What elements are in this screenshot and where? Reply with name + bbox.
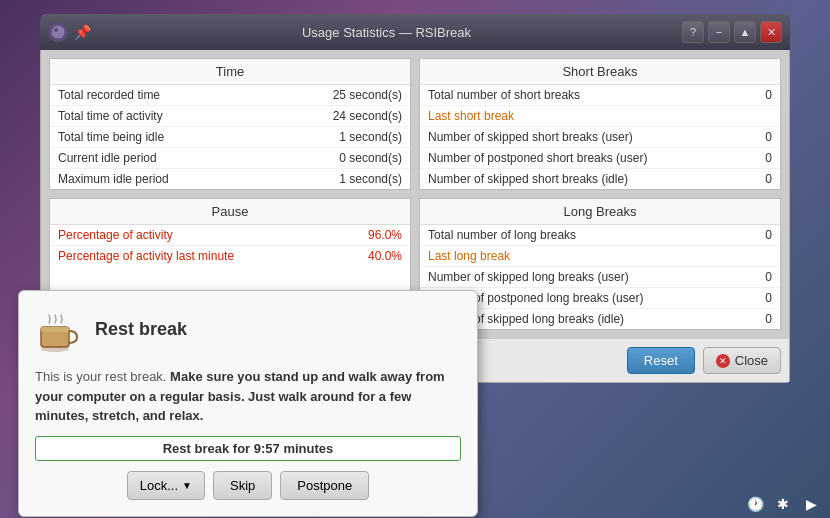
media-taskbar-icon[interactable]: ▶ xyxy=(800,493,822,515)
close-window-button[interactable]: ✕ xyxy=(760,21,782,43)
last-long-break-link[interactable]: Last long break xyxy=(428,249,510,263)
rest-break-title-area: Rest break xyxy=(95,319,187,344)
table-row: Last long break xyxy=(420,246,780,267)
row-label-red: Percentage of activity xyxy=(58,228,173,242)
row-value: 0 xyxy=(765,312,772,326)
row-value: 24 second(s) xyxy=(333,109,402,123)
rest-break-dialog: Rest break This is your rest break. Make… xyxy=(18,290,478,517)
skip-button[interactable]: Skip xyxy=(213,471,272,500)
row-value: 1 second(s) xyxy=(339,130,402,144)
table-row: Total time being idle 1 second(s) xyxy=(50,127,410,148)
pause-panel-header: Pause xyxy=(50,199,410,225)
row-value: 25 second(s) xyxy=(333,88,402,102)
long-breaks-header: Long Breaks xyxy=(420,199,780,225)
reset-button[interactable]: Reset xyxy=(627,347,695,374)
title-bar-left: 📌 xyxy=(48,22,91,42)
row-label: Total number of short breaks xyxy=(428,88,580,102)
table-row: Current idle period 0 second(s) xyxy=(50,148,410,169)
taskbar: 🕐 ✱ ▶ xyxy=(730,490,830,518)
row-value-red: 40.0% xyxy=(368,249,402,263)
svg-point-4 xyxy=(41,346,69,352)
time-panel: Time Total recorded time 25 second(s) To… xyxy=(49,58,411,190)
lock-button[interactable]: Lock... ▼ xyxy=(127,471,205,500)
row-label: Total number of long breaks xyxy=(428,228,576,242)
close-x-icon: ✕ xyxy=(716,354,730,368)
short-breaks-panel: Short Breaks Total number of short break… xyxy=(419,58,781,190)
svg-point-0 xyxy=(51,25,65,39)
row-value: 0 xyxy=(765,88,772,102)
clock-taskbar-icon[interactable]: 🕐 xyxy=(744,493,766,515)
table-row: Number of skipped short breaks (idle) 0 xyxy=(420,169,780,189)
time-panel-header: Time xyxy=(50,59,410,85)
rest-break-body-text: This is your rest break. Make sure you s… xyxy=(35,367,461,426)
row-label: Current idle period xyxy=(58,151,157,165)
row-label-red: Percentage of activity last minute xyxy=(58,249,234,263)
rest-break-body-normal: This is your rest break. xyxy=(35,369,170,384)
maximize-button[interactable]: ▲ xyxy=(734,21,756,43)
row-value: 0 xyxy=(765,291,772,305)
table-row: Number of skipped long breaks (user) 0 xyxy=(420,267,780,288)
row-value: 0 xyxy=(765,270,772,284)
close-label: Close xyxy=(735,353,768,368)
table-row: Total recorded time 25 second(s) xyxy=(50,85,410,106)
window-title: Usage Statistics — RSIBreak xyxy=(91,25,682,40)
row-label: Total time of activity xyxy=(58,109,163,123)
minimize-button[interactable]: − xyxy=(708,21,730,43)
row-label: Maximum idle period xyxy=(58,172,169,186)
rest-break-buttons: Lock... ▼ Skip Postpone xyxy=(35,471,461,500)
postpone-button[interactable]: Postpone xyxy=(280,471,369,500)
rest-break-header: Rest break xyxy=(35,307,461,355)
row-value: 1 second(s) xyxy=(339,172,402,186)
help-button[interactable]: ? xyxy=(682,21,704,43)
title-bar-controls: ? − ▲ ✕ xyxy=(682,21,782,43)
table-row: Last short break xyxy=(420,106,780,127)
row-label: Total time being idle xyxy=(58,130,164,144)
table-row: Maximum idle period 1 second(s) xyxy=(50,169,410,189)
progress-bar-text: Rest break for 9:57 minutes xyxy=(163,441,334,456)
bluetooth-taskbar-icon[interactable]: ✱ xyxy=(772,493,794,515)
row-value: 0 xyxy=(765,130,772,144)
table-row: Percentage of activity last minute 40.0% xyxy=(50,246,410,266)
pin-icon[interactable]: 📌 xyxy=(74,24,91,40)
row-label: Number of skipped short breaks (user) xyxy=(428,130,633,144)
row-value: 0 second(s) xyxy=(339,151,402,165)
row-label: Number of skipped long breaks (user) xyxy=(428,270,629,284)
svg-point-1 xyxy=(54,28,58,32)
progress-bar-container: Rest break for 9:57 minutes xyxy=(35,436,461,461)
table-row: Total number of short breaks 0 xyxy=(420,85,780,106)
close-button[interactable]: ✕ Close xyxy=(703,347,781,374)
table-row: Total number of long breaks 0 xyxy=(420,225,780,246)
row-label: Number of skipped short breaks (idle) xyxy=(428,172,628,186)
short-breaks-header: Short Breaks xyxy=(420,59,780,85)
row-label: Number of postponed short breaks (user) xyxy=(428,151,647,165)
table-row: Number of skipped short breaks (user) 0 xyxy=(420,127,780,148)
app-icon xyxy=(48,22,68,42)
table-row: Percentage of activity 96.0% xyxy=(50,225,410,246)
table-row: Number of postponed short breaks (user) … xyxy=(420,148,780,169)
row-value-red: 96.0% xyxy=(368,228,402,242)
last-short-break-link[interactable]: Last short break xyxy=(428,109,514,123)
title-bar: 📌 Usage Statistics — RSIBreak ? − ▲ ✕ xyxy=(40,14,790,50)
row-value: 0 xyxy=(765,151,772,165)
rest-break-title: Rest break xyxy=(95,319,187,340)
coffee-icon xyxy=(35,307,83,355)
row-label: Total recorded time xyxy=(58,88,160,102)
lock-label: Lock... xyxy=(140,478,178,493)
row-value: 0 xyxy=(765,172,772,186)
row-value: 0 xyxy=(765,228,772,242)
table-row: Total time of activity 24 second(s) xyxy=(50,106,410,127)
lock-dropdown-arrow[interactable]: ▼ xyxy=(182,480,192,491)
svg-rect-3 xyxy=(41,327,69,332)
